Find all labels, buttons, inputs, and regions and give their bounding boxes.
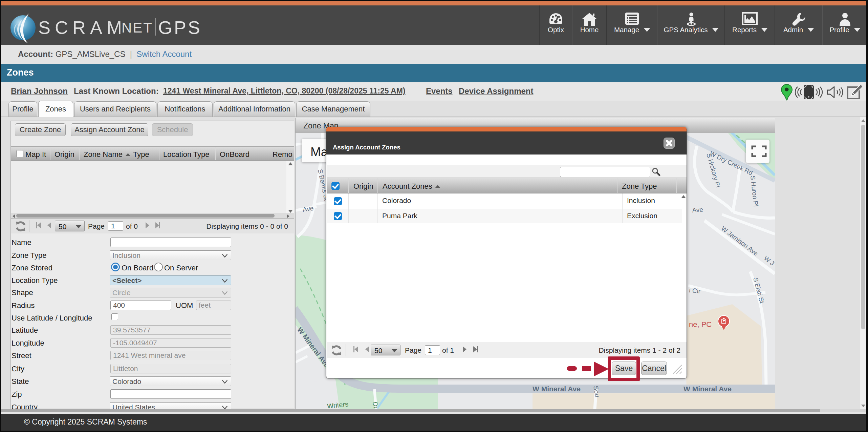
svg-text:Ma: Ma [310, 145, 328, 159]
svg-text:Dr: Dr [371, 401, 379, 409]
svg-text:W Mineral Ave: W Mineral Ave [683, 385, 732, 393]
svg-text:ne, PC: ne, PC [689, 320, 712, 329]
svg-text:Ave: Ave [302, 205, 314, 213]
svg-text:i Cir: i Cir [689, 287, 701, 295]
svg-text:W Mineral Ave: W Mineral Ave [533, 385, 581, 393]
svg-text:Ave: Ave [692, 206, 703, 214]
